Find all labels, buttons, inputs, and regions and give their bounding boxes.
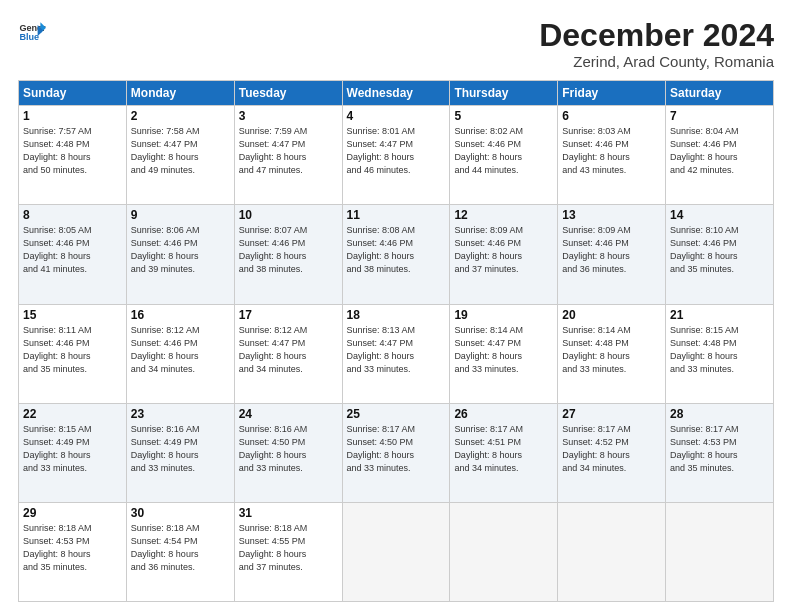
day-info: Sunrise: 8:04 AMSunset: 4:46 PMDaylight:… bbox=[670, 126, 739, 175]
page: General Blue December 2024 Zerind, Arad … bbox=[0, 0, 792, 612]
table-row: 26 Sunrise: 8:17 AMSunset: 4:51 PMDaylig… bbox=[450, 403, 558, 502]
day-number: 10 bbox=[239, 208, 338, 222]
col-wednesday: Wednesday bbox=[342, 81, 450, 106]
day-info: Sunrise: 8:15 AMSunset: 4:49 PMDaylight:… bbox=[23, 424, 92, 473]
day-info: Sunrise: 8:16 AMSunset: 4:50 PMDaylight:… bbox=[239, 424, 308, 473]
day-info: Sunrise: 8:08 AMSunset: 4:46 PMDaylight:… bbox=[347, 225, 416, 274]
day-info: Sunrise: 8:13 AMSunset: 4:47 PMDaylight:… bbox=[347, 325, 416, 374]
day-info: Sunrise: 7:58 AMSunset: 4:47 PMDaylight:… bbox=[131, 126, 200, 175]
table-row: 30 Sunrise: 8:18 AMSunset: 4:54 PMDaylig… bbox=[126, 502, 234, 601]
table-row: 8 Sunrise: 8:05 AMSunset: 4:46 PMDayligh… bbox=[19, 205, 127, 304]
day-number: 16 bbox=[131, 308, 230, 322]
day-info: Sunrise: 8:16 AMSunset: 4:49 PMDaylight:… bbox=[131, 424, 200, 473]
day-info: Sunrise: 8:12 AMSunset: 4:46 PMDaylight:… bbox=[131, 325, 200, 374]
day-info: Sunrise: 7:57 AMSunset: 4:48 PMDaylight:… bbox=[23, 126, 92, 175]
day-number: 3 bbox=[239, 109, 338, 123]
day-info: Sunrise: 7:59 AMSunset: 4:47 PMDaylight:… bbox=[239, 126, 308, 175]
table-row: 19 Sunrise: 8:14 AMSunset: 4:47 PMDaylig… bbox=[450, 304, 558, 403]
day-number: 21 bbox=[670, 308, 769, 322]
table-row bbox=[666, 502, 774, 601]
day-number: 4 bbox=[347, 109, 446, 123]
day-info: Sunrise: 8:12 AMSunset: 4:47 PMDaylight:… bbox=[239, 325, 308, 374]
col-tuesday: Tuesday bbox=[234, 81, 342, 106]
day-number: 20 bbox=[562, 308, 661, 322]
logo-icon: General Blue bbox=[18, 18, 46, 46]
calendar-week-row: 15 Sunrise: 8:11 AMSunset: 4:46 PMDaylig… bbox=[19, 304, 774, 403]
table-row bbox=[558, 502, 666, 601]
day-info: Sunrise: 8:17 AMSunset: 4:50 PMDaylight:… bbox=[347, 424, 416, 473]
calendar-header-row: Sunday Monday Tuesday Wednesday Thursday… bbox=[19, 81, 774, 106]
table-row: 7 Sunrise: 8:04 AMSunset: 4:46 PMDayligh… bbox=[666, 106, 774, 205]
day-number: 27 bbox=[562, 407, 661, 421]
table-row: 2 Sunrise: 7:58 AMSunset: 4:47 PMDayligh… bbox=[126, 106, 234, 205]
day-number: 14 bbox=[670, 208, 769, 222]
table-row: 28 Sunrise: 8:17 AMSunset: 4:53 PMDaylig… bbox=[666, 403, 774, 502]
day-info: Sunrise: 8:09 AMSunset: 4:46 PMDaylight:… bbox=[562, 225, 631, 274]
day-info: Sunrise: 8:01 AMSunset: 4:47 PMDaylight:… bbox=[347, 126, 416, 175]
day-number: 31 bbox=[239, 506, 338, 520]
day-number: 12 bbox=[454, 208, 553, 222]
calendar-week-row: 8 Sunrise: 8:05 AMSunset: 4:46 PMDayligh… bbox=[19, 205, 774, 304]
day-info: Sunrise: 8:06 AMSunset: 4:46 PMDaylight:… bbox=[131, 225, 200, 274]
day-info: Sunrise: 8:03 AMSunset: 4:46 PMDaylight:… bbox=[562, 126, 631, 175]
day-number: 29 bbox=[23, 506, 122, 520]
day-number: 6 bbox=[562, 109, 661, 123]
table-row: 13 Sunrise: 8:09 AMSunset: 4:46 PMDaylig… bbox=[558, 205, 666, 304]
table-row: 14 Sunrise: 8:10 AMSunset: 4:46 PMDaylig… bbox=[666, 205, 774, 304]
day-info: Sunrise: 8:17 AMSunset: 4:53 PMDaylight:… bbox=[670, 424, 739, 473]
table-row: 16 Sunrise: 8:12 AMSunset: 4:46 PMDaylig… bbox=[126, 304, 234, 403]
col-saturday: Saturday bbox=[666, 81, 774, 106]
calendar-week-row: 22 Sunrise: 8:15 AMSunset: 4:49 PMDaylig… bbox=[19, 403, 774, 502]
day-number: 28 bbox=[670, 407, 769, 421]
table-row: 29 Sunrise: 8:18 AMSunset: 4:53 PMDaylig… bbox=[19, 502, 127, 601]
table-row bbox=[342, 502, 450, 601]
day-number: 23 bbox=[131, 407, 230, 421]
table-row: 22 Sunrise: 8:15 AMSunset: 4:49 PMDaylig… bbox=[19, 403, 127, 502]
table-row: 18 Sunrise: 8:13 AMSunset: 4:47 PMDaylig… bbox=[342, 304, 450, 403]
day-info: Sunrise: 8:11 AMSunset: 4:46 PMDaylight:… bbox=[23, 325, 92, 374]
table-row: 4 Sunrise: 8:01 AMSunset: 4:47 PMDayligh… bbox=[342, 106, 450, 205]
day-info: Sunrise: 8:10 AMSunset: 4:46 PMDaylight:… bbox=[670, 225, 739, 274]
day-number: 2 bbox=[131, 109, 230, 123]
table-row: 10 Sunrise: 8:07 AMSunset: 4:46 PMDaylig… bbox=[234, 205, 342, 304]
day-number: 7 bbox=[670, 109, 769, 123]
day-number: 26 bbox=[454, 407, 553, 421]
table-row: 5 Sunrise: 8:02 AMSunset: 4:46 PMDayligh… bbox=[450, 106, 558, 205]
day-number: 9 bbox=[131, 208, 230, 222]
day-info: Sunrise: 8:14 AMSunset: 4:48 PMDaylight:… bbox=[562, 325, 631, 374]
col-sunday: Sunday bbox=[19, 81, 127, 106]
day-number: 13 bbox=[562, 208, 661, 222]
day-number: 17 bbox=[239, 308, 338, 322]
day-info: Sunrise: 8:02 AMSunset: 4:46 PMDaylight:… bbox=[454, 126, 523, 175]
day-number: 8 bbox=[23, 208, 122, 222]
day-info: Sunrise: 8:17 AMSunset: 4:51 PMDaylight:… bbox=[454, 424, 523, 473]
table-row: 3 Sunrise: 7:59 AMSunset: 4:47 PMDayligh… bbox=[234, 106, 342, 205]
day-number: 18 bbox=[347, 308, 446, 322]
day-number: 24 bbox=[239, 407, 338, 421]
table-row: 27 Sunrise: 8:17 AMSunset: 4:52 PMDaylig… bbox=[558, 403, 666, 502]
day-number: 15 bbox=[23, 308, 122, 322]
table-row: 23 Sunrise: 8:16 AMSunset: 4:49 PMDaylig… bbox=[126, 403, 234, 502]
calendar-table: Sunday Monday Tuesday Wednesday Thursday… bbox=[18, 80, 774, 602]
table-row: 17 Sunrise: 8:12 AMSunset: 4:47 PMDaylig… bbox=[234, 304, 342, 403]
table-row: 12 Sunrise: 8:09 AMSunset: 4:46 PMDaylig… bbox=[450, 205, 558, 304]
table-row: 1 Sunrise: 7:57 AMSunset: 4:48 PMDayligh… bbox=[19, 106, 127, 205]
table-row bbox=[450, 502, 558, 601]
table-row: 6 Sunrise: 8:03 AMSunset: 4:46 PMDayligh… bbox=[558, 106, 666, 205]
calendar-week-row: 29 Sunrise: 8:18 AMSunset: 4:53 PMDaylig… bbox=[19, 502, 774, 601]
calendar-week-row: 1 Sunrise: 7:57 AMSunset: 4:48 PMDayligh… bbox=[19, 106, 774, 205]
calendar-subtitle: Zerind, Arad County, Romania bbox=[539, 53, 774, 70]
day-info: Sunrise: 8:05 AMSunset: 4:46 PMDaylight:… bbox=[23, 225, 92, 274]
day-info: Sunrise: 8:09 AMSunset: 4:46 PMDaylight:… bbox=[454, 225, 523, 274]
day-info: Sunrise: 8:18 AMSunset: 4:55 PMDaylight:… bbox=[239, 523, 308, 572]
day-info: Sunrise: 8:07 AMSunset: 4:46 PMDaylight:… bbox=[239, 225, 308, 274]
day-number: 5 bbox=[454, 109, 553, 123]
calendar-title: December 2024 bbox=[539, 18, 774, 53]
table-row: 20 Sunrise: 8:14 AMSunset: 4:48 PMDaylig… bbox=[558, 304, 666, 403]
table-row: 31 Sunrise: 8:18 AMSunset: 4:55 PMDaylig… bbox=[234, 502, 342, 601]
day-info: Sunrise: 8:18 AMSunset: 4:54 PMDaylight:… bbox=[131, 523, 200, 572]
table-row: 9 Sunrise: 8:06 AMSunset: 4:46 PMDayligh… bbox=[126, 205, 234, 304]
col-friday: Friday bbox=[558, 81, 666, 106]
col-monday: Monday bbox=[126, 81, 234, 106]
day-number: 25 bbox=[347, 407, 446, 421]
